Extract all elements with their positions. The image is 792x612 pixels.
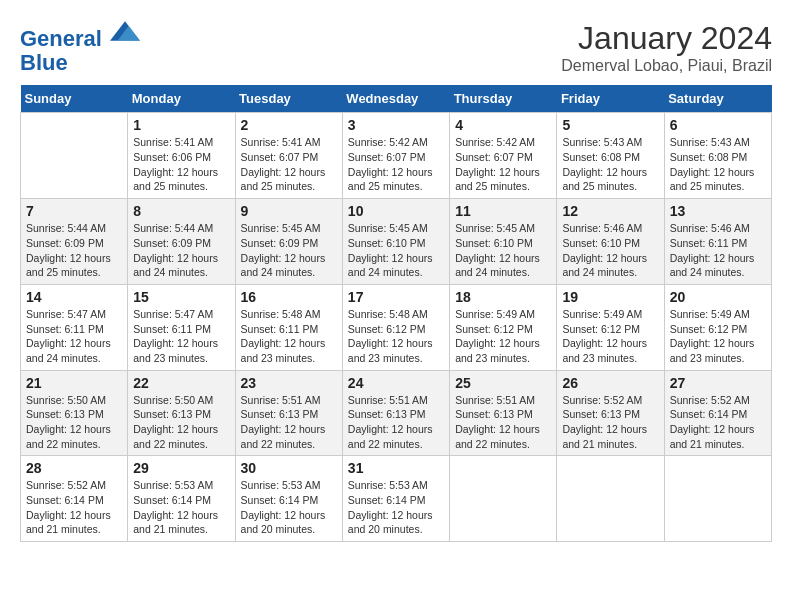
day-info: Sunrise: 5:51 AM Sunset: 6:13 PM Dayligh… <box>241 393 337 452</box>
day-cell: 14Sunrise: 5:47 AM Sunset: 6:11 PM Dayli… <box>21 284 128 370</box>
day-cell: 15Sunrise: 5:47 AM Sunset: 6:11 PM Dayli… <box>128 284 235 370</box>
day-number: 14 <box>26 289 122 305</box>
day-info: Sunrise: 5:47 AM Sunset: 6:11 PM Dayligh… <box>26 307 122 366</box>
day-cell: 27Sunrise: 5:52 AM Sunset: 6:14 PM Dayli… <box>664 370 771 456</box>
day-number: 19 <box>562 289 658 305</box>
col-header-thursday: Thursday <box>450 85 557 113</box>
day-info: Sunrise: 5:51 AM Sunset: 6:13 PM Dayligh… <box>348 393 444 452</box>
day-info: Sunrise: 5:46 AM Sunset: 6:10 PM Dayligh… <box>562 221 658 280</box>
day-info: Sunrise: 5:50 AM Sunset: 6:13 PM Dayligh… <box>133 393 229 452</box>
day-cell: 19Sunrise: 5:49 AM Sunset: 6:12 PM Dayli… <box>557 284 664 370</box>
day-number: 16 <box>241 289 337 305</box>
day-cell <box>21 113 128 199</box>
day-info: Sunrise: 5:51 AM Sunset: 6:13 PM Dayligh… <box>455 393 551 452</box>
day-cell: 29Sunrise: 5:53 AM Sunset: 6:14 PM Dayli… <box>128 456 235 542</box>
day-cell: 21Sunrise: 5:50 AM Sunset: 6:13 PM Dayli… <box>21 370 128 456</box>
day-cell: 9Sunrise: 5:45 AM Sunset: 6:09 PM Daylig… <box>235 199 342 285</box>
day-cell: 30Sunrise: 5:53 AM Sunset: 6:14 PM Dayli… <box>235 456 342 542</box>
day-cell: 11Sunrise: 5:45 AM Sunset: 6:10 PM Dayli… <box>450 199 557 285</box>
title-block: January 2024 Demerval Lobao, Piaui, Braz… <box>561 20 772 75</box>
day-cell: 17Sunrise: 5:48 AM Sunset: 6:12 PM Dayli… <box>342 284 449 370</box>
header-row: SundayMondayTuesdayWednesdayThursdayFrid… <box>21 85 772 113</box>
month-title: January 2024 <box>561 20 772 57</box>
logo-general: General <box>20 26 102 51</box>
day-info: Sunrise: 5:53 AM Sunset: 6:14 PM Dayligh… <box>348 478 444 537</box>
day-info: Sunrise: 5:49 AM Sunset: 6:12 PM Dayligh… <box>670 307 766 366</box>
logo: General Blue <box>20 20 140 75</box>
day-cell: 23Sunrise: 5:51 AM Sunset: 6:13 PM Dayli… <box>235 370 342 456</box>
day-number: 25 <box>455 375 551 391</box>
week-row-4: 21Sunrise: 5:50 AM Sunset: 6:13 PM Dayli… <box>21 370 772 456</box>
day-info: Sunrise: 5:52 AM Sunset: 6:14 PM Dayligh… <box>26 478 122 537</box>
day-cell: 18Sunrise: 5:49 AM Sunset: 6:12 PM Dayli… <box>450 284 557 370</box>
day-number: 12 <box>562 203 658 219</box>
day-info: Sunrise: 5:41 AM Sunset: 6:07 PM Dayligh… <box>241 135 337 194</box>
day-number: 26 <box>562 375 658 391</box>
day-info: Sunrise: 5:45 AM Sunset: 6:10 PM Dayligh… <box>455 221 551 280</box>
day-number: 9 <box>241 203 337 219</box>
day-number: 3 <box>348 117 444 133</box>
day-info: Sunrise: 5:45 AM Sunset: 6:09 PM Dayligh… <box>241 221 337 280</box>
day-number: 10 <box>348 203 444 219</box>
col-header-monday: Monday <box>128 85 235 113</box>
day-number: 4 <box>455 117 551 133</box>
calendar-table: SundayMondayTuesdayWednesdayThursdayFrid… <box>20 85 772 542</box>
day-number: 8 <box>133 203 229 219</box>
day-cell: 5Sunrise: 5:43 AM Sunset: 6:08 PM Daylig… <box>557 113 664 199</box>
week-row-3: 14Sunrise: 5:47 AM Sunset: 6:11 PM Dayli… <box>21 284 772 370</box>
day-cell: 1Sunrise: 5:41 AM Sunset: 6:06 PM Daylig… <box>128 113 235 199</box>
day-info: Sunrise: 5:49 AM Sunset: 6:12 PM Dayligh… <box>562 307 658 366</box>
day-cell <box>664 456 771 542</box>
day-number: 2 <box>241 117 337 133</box>
day-cell: 25Sunrise: 5:51 AM Sunset: 6:13 PM Dayli… <box>450 370 557 456</box>
week-row-1: 1Sunrise: 5:41 AM Sunset: 6:06 PM Daylig… <box>21 113 772 199</box>
logo-text: General Blue <box>20 20 140 75</box>
day-cell <box>450 456 557 542</box>
day-number: 30 <box>241 460 337 476</box>
day-cell: 2Sunrise: 5:41 AM Sunset: 6:07 PM Daylig… <box>235 113 342 199</box>
day-info: Sunrise: 5:52 AM Sunset: 6:14 PM Dayligh… <box>670 393 766 452</box>
day-number: 17 <box>348 289 444 305</box>
day-info: Sunrise: 5:44 AM Sunset: 6:09 PM Dayligh… <box>133 221 229 280</box>
day-number: 13 <box>670 203 766 219</box>
day-cell: 4Sunrise: 5:42 AM Sunset: 6:07 PM Daylig… <box>450 113 557 199</box>
day-info: Sunrise: 5:41 AM Sunset: 6:06 PM Dayligh… <box>133 135 229 194</box>
day-number: 5 <box>562 117 658 133</box>
day-number: 11 <box>455 203 551 219</box>
day-number: 24 <box>348 375 444 391</box>
col-header-tuesday: Tuesday <box>235 85 342 113</box>
day-info: Sunrise: 5:46 AM Sunset: 6:11 PM Dayligh… <box>670 221 766 280</box>
day-cell: 13Sunrise: 5:46 AM Sunset: 6:11 PM Dayli… <box>664 199 771 285</box>
day-info: Sunrise: 5:43 AM Sunset: 6:08 PM Dayligh… <box>562 135 658 194</box>
day-number: 28 <box>26 460 122 476</box>
day-cell: 7Sunrise: 5:44 AM Sunset: 6:09 PM Daylig… <box>21 199 128 285</box>
day-info: Sunrise: 5:53 AM Sunset: 6:14 PM Dayligh… <box>133 478 229 537</box>
week-row-2: 7Sunrise: 5:44 AM Sunset: 6:09 PM Daylig… <box>21 199 772 285</box>
day-number: 31 <box>348 460 444 476</box>
day-cell: 28Sunrise: 5:52 AM Sunset: 6:14 PM Dayli… <box>21 456 128 542</box>
day-info: Sunrise: 5:47 AM Sunset: 6:11 PM Dayligh… <box>133 307 229 366</box>
day-cell: 6Sunrise: 5:43 AM Sunset: 6:08 PM Daylig… <box>664 113 771 199</box>
day-number: 29 <box>133 460 229 476</box>
day-cell: 16Sunrise: 5:48 AM Sunset: 6:11 PM Dayli… <box>235 284 342 370</box>
day-info: Sunrise: 5:48 AM Sunset: 6:11 PM Dayligh… <box>241 307 337 366</box>
day-number: 18 <box>455 289 551 305</box>
day-info: Sunrise: 5:50 AM Sunset: 6:13 PM Dayligh… <box>26 393 122 452</box>
day-info: Sunrise: 5:53 AM Sunset: 6:14 PM Dayligh… <box>241 478 337 537</box>
day-number: 1 <box>133 117 229 133</box>
logo-blue: Blue <box>20 50 68 75</box>
day-number: 27 <box>670 375 766 391</box>
day-number: 21 <box>26 375 122 391</box>
day-info: Sunrise: 5:52 AM Sunset: 6:13 PM Dayligh… <box>562 393 658 452</box>
day-cell: 26Sunrise: 5:52 AM Sunset: 6:13 PM Dayli… <box>557 370 664 456</box>
header: General Blue January 2024 Demerval Lobao… <box>20 20 772 75</box>
day-cell: 31Sunrise: 5:53 AM Sunset: 6:14 PM Dayli… <box>342 456 449 542</box>
day-cell: 22Sunrise: 5:50 AM Sunset: 6:13 PM Dayli… <box>128 370 235 456</box>
day-cell: 10Sunrise: 5:45 AM Sunset: 6:10 PM Dayli… <box>342 199 449 285</box>
day-info: Sunrise: 5:42 AM Sunset: 6:07 PM Dayligh… <box>348 135 444 194</box>
day-info: Sunrise: 5:48 AM Sunset: 6:12 PM Dayligh… <box>348 307 444 366</box>
col-header-wednesday: Wednesday <box>342 85 449 113</box>
day-number: 15 <box>133 289 229 305</box>
logo-icon <box>110 16 140 46</box>
col-header-saturday: Saturday <box>664 85 771 113</box>
